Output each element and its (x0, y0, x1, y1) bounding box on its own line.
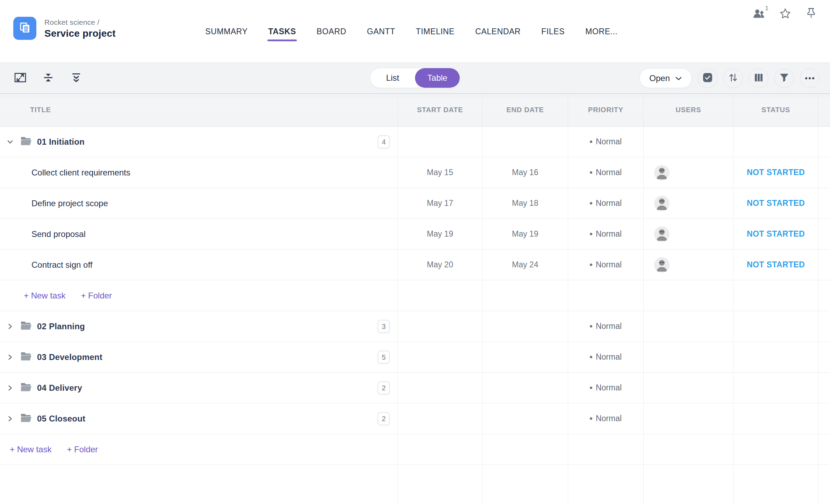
tab-tasks[interactable]: TASKS (267, 23, 296, 41)
table-row-folder[interactable]: 02 Planning 3 Normal (0, 311, 830, 342)
column-header-users[interactable]: USERS (643, 94, 733, 126)
end-date-cell[interactable] (482, 373, 568, 403)
select-tasks-button[interactable] (698, 69, 717, 88)
start-date-cell[interactable] (398, 373, 482, 403)
start-date-cell[interactable] (398, 311, 482, 341)
end-date-cell[interactable] (482, 342, 568, 372)
chevron-expand-toggle[interactable] (5, 383, 15, 393)
folder-title[interactable]: 04 Delivery (37, 383, 82, 393)
sort-button[interactable] (723, 69, 743, 88)
status-cell[interactable] (733, 373, 818, 403)
column-header-end-date[interactable]: END DATE (482, 94, 568, 126)
folder-title[interactable]: 01 Initiation (37, 137, 85, 147)
priority-cell[interactable]: Normal (568, 250, 643, 280)
priority-cell[interactable]: Normal (568, 188, 643, 218)
table-row-task[interactable]: Define project scope May 17 May 18 Norma… (0, 188, 830, 219)
end-date-cell[interactable]: May 18 (482, 188, 568, 218)
start-date-cell[interactable]: May 20 (398, 250, 482, 280)
status-badge[interactable]: NOT STARTED (747, 199, 805, 208)
users-cell[interactable] (643, 188, 733, 218)
tab-timeline[interactable]: TIMELINE (415, 23, 455, 41)
task-title[interactable]: Contract sign off (0, 250, 398, 280)
breadcrumb-parent[interactable]: Rocket science (44, 18, 95, 26)
column-header-priority[interactable]: PRIORITY (568, 94, 643, 126)
status-badge[interactable]: NOT STARTED (747, 229, 805, 239)
user-avatar[interactable] (654, 257, 670, 273)
task-title[interactable]: Send proposal (0, 219, 398, 249)
start-date-cell[interactable]: May 15 (398, 157, 482, 188)
table-row-folder[interactable]: 05 Closeout 2 Normal (0, 403, 830, 434)
users-cell[interactable] (643, 311, 733, 341)
users-cell[interactable] (643, 403, 733, 434)
table-row-folder[interactable]: 04 Delivery 2 Normal (0, 373, 830, 403)
users-cell[interactable] (643, 127, 733, 157)
folder-title[interactable]: 05 Closeout (37, 414, 85, 424)
status-cell[interactable] (733, 342, 818, 372)
users-cell[interactable] (643, 250, 733, 280)
pin-button[interactable] (804, 6, 818, 22)
priority-cell[interactable]: Normal (568, 311, 643, 341)
more-button[interactable] (800, 69, 820, 88)
user-avatar[interactable] (654, 196, 670, 211)
status-cell[interactable] (733, 311, 818, 341)
new-task-button[interactable]: + New task (24, 291, 65, 301)
start-date-cell[interactable]: May 19 (398, 219, 482, 249)
start-date-cell[interactable] (398, 342, 482, 372)
end-date-cell[interactable] (482, 127, 568, 157)
view-toggle-list[interactable]: List (370, 68, 415, 88)
collapse-all-button[interactable] (41, 71, 55, 85)
start-date-cell[interactable] (398, 403, 482, 434)
column-header-status[interactable]: STATUS (733, 94, 818, 126)
tab-summary[interactable]: SUMMARY (205, 23, 248, 41)
columns-button[interactable] (749, 69, 768, 88)
start-date-cell[interactable]: May 17 (398, 188, 482, 218)
view-toggle-table[interactable]: Table (415, 68, 460, 88)
fit-view-button[interactable] (13, 71, 27, 85)
users-cell[interactable] (643, 219, 733, 249)
users-cell[interactable] (643, 157, 733, 188)
end-date-cell[interactable]: May 24 (482, 250, 568, 280)
user-avatar[interactable] (654, 165, 670, 180)
column-header-start-date[interactable]: START DATE (398, 94, 482, 126)
start-date-cell[interactable] (398, 127, 482, 157)
status-cell[interactable]: NOT STARTED (733, 157, 818, 188)
tab-calendar[interactable]: CALENDAR (474, 23, 521, 41)
status-badge[interactable]: NOT STARTED (747, 168, 805, 177)
new-folder-button[interactable]: + Folder (67, 445, 98, 454)
priority-cell[interactable]: Normal (568, 403, 643, 434)
status-cell[interactable]: NOT STARTED (733, 188, 818, 218)
new-task-button[interactable]: + New task (10, 445, 51, 454)
tab-more[interactable]: MORE... (585, 23, 618, 41)
folder-title[interactable]: 02 Planning (37, 322, 85, 331)
priority-cell[interactable]: Normal (568, 127, 643, 157)
table-row-folder[interactable]: 03 Development 5 Normal (0, 342, 830, 373)
task-title[interactable]: Collect client requirements (0, 157, 398, 188)
chevron-expand-toggle[interactable] (5, 137, 15, 147)
expand-all-button[interactable] (69, 71, 83, 85)
chevron-expand-toggle[interactable] (5, 321, 15, 332)
new-folder-button[interactable]: + Folder (81, 291, 112, 301)
status-badge[interactable]: NOT STARTED (747, 260, 805, 269)
folder-title[interactable]: 03 Development (37, 352, 102, 362)
favorite-button[interactable] (778, 6, 792, 22)
tab-gantt[interactable]: GANTT (366, 23, 396, 41)
end-date-cell[interactable] (482, 403, 568, 434)
tab-board[interactable]: BOARD (316, 23, 347, 41)
users-cell[interactable] (643, 342, 733, 372)
table-row-folder[interactable]: 01 Initiation 4 Normal (0, 127, 830, 157)
chevron-expand-toggle[interactable] (5, 413, 15, 424)
user-avatar[interactable] (654, 226, 670, 242)
filter-button[interactable] (774, 69, 794, 88)
task-title[interactable]: Define project scope (0, 188, 398, 218)
status-filter-button[interactable]: Open (639, 68, 692, 88)
priority-cell[interactable]: Normal (568, 157, 643, 188)
project-logo[interactable] (13, 17, 36, 40)
end-date-cell[interactable]: May 19 (482, 219, 568, 249)
priority-cell[interactable]: Normal (568, 219, 643, 249)
status-cell[interactable] (733, 127, 818, 157)
table-row-task[interactable]: Contract sign off May 20 May 24 Normal N… (0, 250, 830, 280)
status-cell[interactable] (733, 403, 818, 434)
column-header-title[interactable]: TITLE (0, 94, 398, 126)
chevron-expand-toggle[interactable] (5, 352, 15, 362)
table-row-task[interactable]: Send proposal May 19 May 19 Normal NOT S… (0, 219, 830, 250)
